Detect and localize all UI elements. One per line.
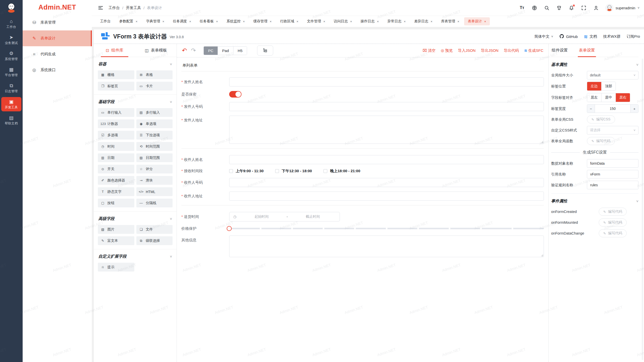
widget-item-1-2[interactable]: 123计数器 xyxy=(98,119,134,128)
device-button-2[interactable]: H5 xyxy=(233,47,247,55)
profile-icon[interactable] xyxy=(593,5,599,11)
text-input[interactable]: vForm xyxy=(587,170,638,178)
edit-code-button[interactable]: ✎编写代码 xyxy=(599,218,627,227)
widget-section-header[interactable]: 容器˅ xyxy=(98,62,172,67)
text-input[interactable] xyxy=(229,102,544,111)
close-icon[interactable]: × xyxy=(350,20,352,23)
text-input[interactable] xyxy=(229,178,544,187)
checkbox-option-1[interactable]: 下午12:30 - 18:00 xyxy=(275,169,312,173)
form-field-2[interactable]: 发件人号码 xyxy=(181,102,544,111)
form-canvas[interactable]: 单列表单 发件人姓名是否保密发件人号码发件人地址收件人姓名接收时间段上午9:00… xyxy=(177,58,548,362)
device-button-0[interactable]: PC xyxy=(204,47,218,55)
text-input[interactable]: formData xyxy=(587,159,638,168)
widget-item-0-1[interactable]: ⊞表格 xyxy=(136,70,173,79)
breadcrumb-item-0[interactable]: 工作台 xyxy=(108,6,120,10)
checkbox-icon[interactable] xyxy=(275,169,279,173)
slider-handle[interactable] xyxy=(227,226,232,231)
breadcrumb-item-2[interactable]: 表单设计 xyxy=(147,6,162,10)
widget-item-2-0[interactable]: ▧图片 xyxy=(98,225,134,234)
menu-collapse-icon[interactable] xyxy=(98,5,103,11)
form-field-8[interactable]: 收件人地址 xyxy=(181,192,544,201)
widget-item-1-0[interactable]: ▭单行输入 xyxy=(98,108,134,117)
close-icon[interactable]: × xyxy=(270,20,272,23)
widget-item-1-6[interactable]: ◷时间 xyxy=(98,142,134,151)
rail-item-3[interactable]: ▦平台管理 xyxy=(1,65,21,79)
widget-item-1-8[interactable]: ▥日期 xyxy=(98,153,134,162)
edit-code-button[interactable]: ✎编写CSS xyxy=(587,115,615,123)
breadcrumb-item-1[interactable]: 开发工具 xyxy=(126,6,141,10)
close-icon[interactable]: × xyxy=(189,20,191,23)
close-icon[interactable]: × xyxy=(404,20,406,23)
theme-icon[interactable] xyxy=(556,5,562,11)
textarea-input[interactable] xyxy=(229,236,544,257)
segment-option-0[interactable]: 居左 xyxy=(587,93,601,102)
close-icon[interactable]: × xyxy=(377,20,379,23)
props-tab-0[interactable]: 组件设置 xyxy=(552,44,568,57)
widget-item-1-4[interactable]: ☑多选项 xyxy=(98,131,134,140)
tab-7[interactable]: 行政区域× xyxy=(276,17,302,25)
sidebar-item-1[interactable]: ✎表单设计 xyxy=(23,30,92,46)
stepper-value[interactable]: 150 xyxy=(595,105,631,113)
resize-grip-icon[interactable] xyxy=(540,140,543,143)
edit-code-button[interactable]: ✎编写代码 xyxy=(587,137,615,145)
text-input[interactable] xyxy=(229,155,544,164)
text-input[interactable] xyxy=(229,77,544,86)
action-5[interactable]: ≋生成SFC xyxy=(524,48,543,53)
sidebar-item-0[interactable]: ⛁库表管理 xyxy=(23,15,92,30)
rail-item-0[interactable]: ⌂工作台 xyxy=(1,17,21,31)
outline-tree-button[interactable] xyxy=(257,46,273,56)
time-range-picker[interactable]: ◷起始时间-截止时间 xyxy=(229,212,340,221)
segment-option-1[interactable]: 居中 xyxy=(601,93,616,102)
text-input[interactable] xyxy=(229,192,544,201)
widget-item-0-2[interactable]: ❐标签页 xyxy=(98,82,134,90)
widget-item-1-14[interactable]: T静态文字 xyxy=(98,187,134,196)
textarea-input[interactable] xyxy=(229,116,544,144)
wx-group-link[interactable]: 技术WX群 xyxy=(603,34,620,39)
widget-item-0-0[interactable]: ▦栅格 xyxy=(98,70,134,79)
segment-option-1[interactable]: 顶部 xyxy=(601,82,616,90)
tab-6[interactable]: 缓存管理× xyxy=(250,17,275,25)
resize-grip-icon[interactable] xyxy=(540,254,543,256)
close-icon[interactable]: × xyxy=(136,20,138,23)
subscribe-pro-link[interactable]: 订阅Pro xyxy=(627,34,640,39)
language-select[interactable]: 简体中文 ˅ xyxy=(534,34,553,39)
widget-item-2-3[interactable]: ⧉级联选择 xyxy=(136,236,173,245)
font-size-icon[interactable]: Tᴛ xyxy=(519,5,525,11)
widget-tab-0[interactable]: ⊡组件库 xyxy=(94,44,135,57)
widget-tab-1[interactable]: ◫表单模板 xyxy=(135,44,177,57)
tab-9[interactable]: 访问日志× xyxy=(330,17,356,25)
widget-item-2-2[interactable]: ✎富文本 xyxy=(98,236,134,245)
form-field-5[interactable]: 收件人姓名 xyxy=(181,155,544,164)
widget-item-1-7[interactable]: ⟲时间范围 xyxy=(136,142,173,151)
widget-item-1-1[interactable]: ▤多行输入 xyxy=(136,108,173,117)
action-1[interactable]: ◎预览 xyxy=(441,48,453,53)
close-icon[interactable]: × xyxy=(216,20,218,23)
text-input[interactable]: rules xyxy=(587,181,638,189)
props-scrollbar[interactable] xyxy=(642,59,643,360)
mascot-logo-icon[interactable] xyxy=(6,2,17,14)
widget-section-header[interactable]: 高级字段˅ xyxy=(98,216,172,221)
select-input[interactable]: 请选择˅ xyxy=(587,126,638,134)
widget-item-0-3[interactable]: ▭卡片 xyxy=(136,82,173,90)
tab-13[interactable]: 库表管理× xyxy=(437,17,463,25)
tab-1[interactable]: 参数配置× xyxy=(115,17,141,25)
segment-option-2[interactable]: 居右 xyxy=(616,93,630,102)
segment-option-0[interactable]: 左边 xyxy=(587,82,601,90)
widget-section-header[interactable]: 自定义扩展字段˅ xyxy=(98,254,172,259)
action-0[interactable]: ⌧清空 xyxy=(423,48,435,53)
tab-14[interactable]: 表单设计× xyxy=(464,17,490,25)
form-field-0[interactable]: 发件人姓名 xyxy=(181,77,544,86)
close-icon[interactable]: × xyxy=(457,20,459,23)
device-button-1[interactable]: Pad xyxy=(218,47,233,55)
tab-2[interactable]: 字典管理× xyxy=(142,17,168,25)
docs-link[interactable]: ≋ 文档 xyxy=(584,34,597,39)
search-icon[interactable] xyxy=(544,5,549,11)
user-menu[interactable]: superadmin ˅ xyxy=(606,4,639,12)
tab-11[interactable]: 异常日志× xyxy=(384,17,410,25)
close-icon[interactable]: × xyxy=(163,20,165,23)
widget-item-3-0[interactable]: ⍾提示 xyxy=(98,263,134,272)
close-icon[interactable]: × xyxy=(431,20,433,23)
action-2[interactable]: 导入JSON xyxy=(458,48,475,53)
select-input[interactable]: default˅ xyxy=(587,71,638,79)
slider-control[interactable] xyxy=(229,226,544,231)
